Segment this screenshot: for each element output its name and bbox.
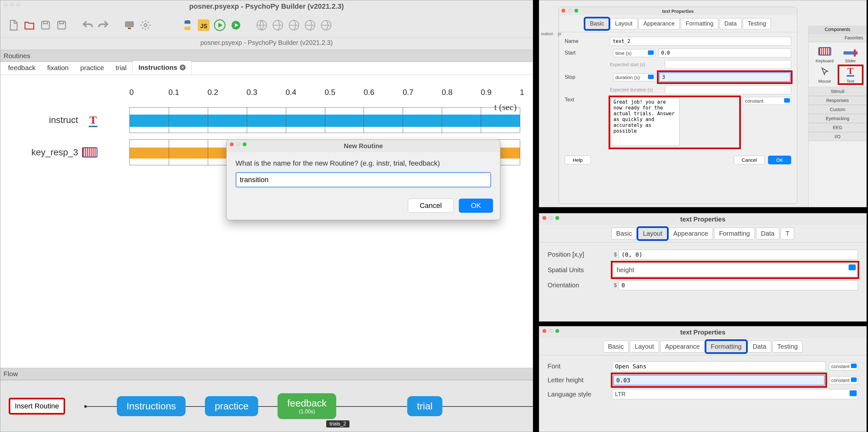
settings-icon[interactable] bbox=[139, 19, 152, 32]
palette-cat[interactable]: I/O bbox=[809, 132, 866, 141]
minimize-icon[interactable] bbox=[549, 216, 553, 220]
tab-testing[interactable]: Testing bbox=[773, 341, 803, 352]
tab-basic[interactable]: Basic bbox=[612, 228, 637, 239]
tab-layout[interactable]: Layout bbox=[610, 18, 637, 29]
name-input[interactable] bbox=[610, 37, 791, 46]
undo-icon[interactable] bbox=[81, 19, 94, 32]
close-icon[interactable] bbox=[561, 9, 565, 12]
run-small-icon[interactable] bbox=[229, 19, 242, 32]
units-select[interactable]: height bbox=[613, 263, 857, 277]
tab-feedback[interactable]: feedback bbox=[2, 61, 41, 74]
globe-3-icon[interactable] bbox=[287, 19, 301, 32]
save-as-icon[interactable] bbox=[55, 19, 68, 32]
new-file-icon[interactable] bbox=[7, 19, 20, 32]
close-icon[interactable] bbox=[230, 142, 234, 146]
palette-cat[interactable]: Custom bbox=[809, 105, 866, 114]
globe-1-icon[interactable] bbox=[255, 19, 268, 32]
stop-value-input[interactable] bbox=[659, 72, 790, 82]
flow-node-instructions[interactable]: Instructions bbox=[117, 396, 186, 416]
compile-python-icon[interactable] bbox=[181, 19, 194, 32]
tab-formatting[interactable]: Formatting bbox=[706, 341, 747, 352]
palette-item-mouse[interactable]: Mouse bbox=[813, 66, 836, 84]
zoom-icon[interactable] bbox=[555, 329, 559, 333]
tab-data[interactable]: Data bbox=[719, 18, 742, 29]
palette-cat[interactable]: Responses bbox=[809, 96, 866, 105]
palette-cat[interactable]: Eyetracking bbox=[809, 114, 866, 123]
routine-name-input[interactable] bbox=[236, 172, 491, 188]
letter-height-mode-select[interactable]: constant bbox=[829, 376, 858, 384]
letter-height-input[interactable] bbox=[613, 375, 825, 385]
keyboard-component-icon bbox=[82, 147, 97, 157]
stop-label: Stop bbox=[565, 74, 610, 80]
tab-appearance[interactable]: Appearance bbox=[669, 228, 713, 239]
language-style-select[interactable]: LTR bbox=[612, 389, 858, 399]
component-row-instruct[interactable]: instruct T bbox=[129, 107, 520, 133]
zoom-icon[interactable] bbox=[17, 3, 20, 7]
tab-basic[interactable]: Basic bbox=[585, 18, 609, 29]
tab-data[interactable]: Data bbox=[756, 228, 779, 239]
tab-fixation[interactable]: fixation bbox=[41, 61, 74, 74]
zoom-icon[interactable] bbox=[243, 142, 247, 146]
flow-node-feedback[interactable]: feedback (1.00s) bbox=[278, 393, 336, 419]
run-icon[interactable] bbox=[213, 19, 226, 32]
palette-item-keyboard[interactable]: Keyboard bbox=[813, 46, 836, 63]
cancel-button[interactable]: Cancel bbox=[734, 155, 765, 164]
monitor-icon[interactable] bbox=[123, 19, 136, 32]
minimize-icon[interactable] bbox=[568, 9, 572, 12]
svg-rect-3 bbox=[60, 21, 64, 24]
expected-start-input[interactable] bbox=[665, 60, 791, 69]
zoom-icon[interactable] bbox=[575, 9, 578, 12]
palette-item-slider[interactable]: Slider bbox=[839, 46, 862, 63]
compile-js-icon[interactable]: JS bbox=[197, 19, 210, 32]
tab-formatting[interactable]: Formatting bbox=[681, 18, 718, 29]
close-icon[interactable] bbox=[4, 3, 7, 7]
minimize-icon[interactable] bbox=[10, 3, 14, 7]
expected-duration-input[interactable] bbox=[665, 85, 791, 94]
globe-5-icon[interactable] bbox=[320, 19, 333, 32]
tab-data[interactable]: Data bbox=[748, 341, 771, 352]
flow-node-practice[interactable]: practice bbox=[205, 396, 258, 416]
font-mode-select[interactable]: constant bbox=[829, 362, 858, 370]
tab-layout[interactable]: Layout bbox=[638, 228, 667, 239]
loop-label[interactable]: trials_2 bbox=[326, 421, 349, 428]
text-mode-select[interactable]: constant bbox=[743, 97, 791, 105]
palette-item-text[interactable]: TText bbox=[839, 66, 862, 84]
tab-appearance[interactable]: Appearance bbox=[660, 341, 705, 352]
ok-button[interactable]: OK bbox=[768, 155, 791, 164]
flow-node-trial[interactable]: trial bbox=[407, 396, 442, 416]
orientation-input[interactable] bbox=[619, 280, 858, 290]
palette-cat[interactable]: Stimuli bbox=[809, 87, 866, 96]
position-input[interactable] bbox=[619, 250, 858, 260]
globe-4-icon[interactable] bbox=[304, 19, 316, 32]
tab-practice[interactable]: practice bbox=[74, 61, 110, 74]
start-value-input[interactable] bbox=[658, 49, 791, 57]
start-mode-select[interactable]: time (s) bbox=[613, 49, 655, 57]
font-input[interactable] bbox=[612, 361, 826, 371]
ok-button[interactable]: OK bbox=[459, 199, 493, 213]
close-icon[interactable] bbox=[542, 329, 546, 333]
tab-trial[interactable]: trial bbox=[110, 61, 132, 74]
zoom-icon[interactable] bbox=[555, 216, 559, 220]
palette-cat[interactable]: EEG bbox=[809, 123, 866, 132]
tab-basic[interactable]: Basic bbox=[603, 341, 628, 352]
text-textarea[interactable] bbox=[611, 97, 680, 146]
minimize-icon[interactable] bbox=[549, 329, 553, 333]
redo-icon[interactable] bbox=[97, 19, 110, 32]
open-file-icon[interactable] bbox=[23, 19, 36, 32]
help-button[interactable]: Help bbox=[565, 155, 591, 164]
tab-testing[interactable]: Testing bbox=[743, 18, 771, 29]
tab-testing[interactable]: T bbox=[780, 228, 794, 239]
tab-appearance[interactable]: Appearance bbox=[639, 18, 680, 29]
tab-formatting[interactable]: Formatting bbox=[714, 228, 755, 239]
stop-mode-select[interactable]: duration (s) bbox=[613, 73, 655, 81]
cancel-button[interactable]: Cancel bbox=[408, 199, 454, 213]
tab-instructions[interactable]: Instructions ✕ bbox=[132, 61, 192, 74]
tab-layout[interactable]: Layout bbox=[630, 341, 659, 352]
globe-2-icon[interactable] bbox=[271, 19, 284, 32]
save-icon[interactable] bbox=[39, 19, 52, 32]
tab-close-icon[interactable]: ✕ bbox=[180, 64, 186, 70]
insert-routine-button[interactable]: Insert Routine bbox=[10, 399, 64, 413]
minimize-icon[interactable] bbox=[236, 142, 240, 146]
routine-canvas: t (sec) 0 0.1 0.2 0.3 0.4 0.5 0.6 0.7 0.… bbox=[0, 75, 533, 323]
close-icon[interactable] bbox=[542, 216, 546, 220]
